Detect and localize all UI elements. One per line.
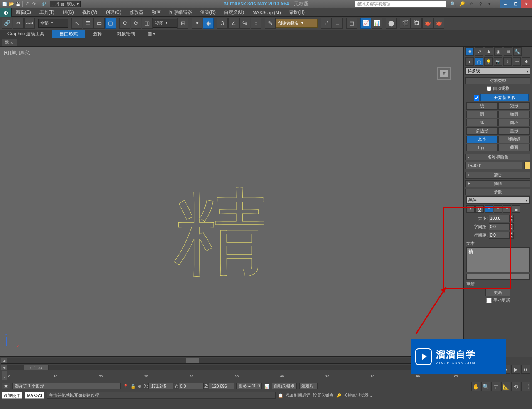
coord-z-input[interactable] [209, 383, 234, 389]
render-prod-icon[interactable]: 🫖 [422, 18, 433, 29]
modify-panel-icon[interactable]: ↗ [475, 47, 483, 56]
curve-editor-icon[interactable]: 📈 [360, 18, 371, 29]
start-new-shape-button[interactable]: 开始新图形 [480, 94, 529, 101]
font-dropdown[interactable]: 黑体 [466, 196, 530, 204]
kerning-input[interactable] [489, 223, 510, 230]
helpers-cat-icon[interactable]: ✧ [503, 57, 512, 66]
menu-animation[interactable]: 动画 [148, 8, 165, 17]
shape-line-button[interactable]: 线 [466, 102, 498, 110]
menu-views[interactable]: 视图(V) [78, 8, 102, 17]
help-icon[interactable]: ? [477, 1, 484, 7]
size-input[interactable] [489, 215, 510, 222]
italic-button[interactable]: I [466, 205, 475, 213]
selection-set-dropdown[interactable]: 创建选择集 [276, 19, 318, 28]
tag-icon[interactable]: 📋 [278, 393, 283, 398]
create-panel-icon[interactable]: ✹ [466, 47, 474, 56]
filter-dropdown[interactable]: 全部 [38, 19, 68, 28]
time-slider[interactable]: ◀ 0 / 100 ▶ [1, 365, 461, 370]
graphite-default-label[interactable]: 默认 [2, 39, 17, 46]
goto-end-icon[interactable]: ⏭ [521, 365, 530, 374]
autogrid-checkbox[interactable] [487, 86, 491, 91]
key-tool-icon[interactable]: 🔑 [336, 393, 341, 398]
coord-x-input[interactable] [148, 383, 173, 389]
time-knob[interactable]: 0 / 100 [24, 365, 49, 370]
drop-icon[interactable]: ▾ [486, 1, 493, 7]
name-select-icon[interactable]: ☰ [83, 18, 94, 29]
rotate-tool-icon[interactable]: ⟳ [131, 18, 141, 29]
menu-tools[interactable]: 工具(T) [35, 8, 59, 17]
menu-help[interactable]: 帮助(H) [285, 8, 309, 17]
viewport-scrollbar[interactable]: ◀▶ [1, 358, 461, 364]
next-frame-icon[interactable]: ▶ [511, 365, 520, 374]
star-icon[interactable]: ☆ [468, 1, 475, 7]
shape-donut-button[interactable]: 圆环 [498, 119, 530, 126]
shape-ellipse-button[interactable]: 椭圆 [498, 111, 530, 118]
coord-y-input[interactable] [179, 383, 204, 389]
percent-snap-icon[interactable]: % [239, 18, 250, 29]
scale-tool-icon[interactable]: ◫ [142, 18, 153, 29]
menu-group[interactable]: 组(G) [59, 8, 78, 17]
edit-named-icon[interactable]: ✎ [265, 18, 276, 29]
bind-tool-icon[interactable]: ⟿ [24, 18, 35, 29]
timeline-options-icon[interactable]: ⋮ [2, 371, 7, 380]
geometry-cat-icon[interactable]: ● [466, 57, 474, 66]
shape-star-button[interactable]: 星形 [498, 127, 530, 135]
zoom-extents-icon[interactable]: ◱ [491, 382, 500, 391]
maxscript-badge[interactable]: MAXScr [25, 392, 44, 399]
key-filter-button[interactable]: 关键点过滤器... [344, 392, 372, 398]
view-cube[interactable]: 前 [431, 59, 456, 84]
object-name-input[interactable] [466, 162, 522, 169]
align-right-button[interactable]: ≡ [503, 205, 511, 213]
angle-snap-icon[interactable]: ∠ [228, 18, 239, 29]
manual-update-checkbox[interactable] [486, 298, 492, 303]
lock2-icon[interactable]: 🔒 [131, 384, 135, 389]
timeline-ruler[interactable]: 0 10 20 30 40 50 60 70 80 90 100 [8, 371, 461, 380]
shape-helix-button[interactable]: 螺旋线 [498, 136, 530, 143]
motion-panel-icon[interactable]: ◉ [494, 47, 502, 56]
shape-rectangle-button[interactable]: 矩形 [498, 102, 530, 110]
close-button[interactable]: ✕ [521, 0, 532, 8]
utilities-panel-icon[interactable]: 🔧 [513, 47, 522, 56]
start-new-shape-checkbox[interactable] [474, 95, 479, 101]
shape-text-button[interactable]: 文本 [466, 136, 498, 143]
open-icon[interactable]: 📂 [8, 1, 14, 7]
set-key-button[interactable]: 设置关键点 [313, 392, 334, 398]
search-input[interactable]: 键入关键字或短语 [355, 1, 446, 7]
menu-maxscript[interactable]: MAXScript(M) [248, 9, 285, 16]
schematic-icon[interactable]: 📊 [372, 18, 382, 29]
leading-input[interactable] [489, 232, 510, 239]
minimize-button[interactable]: ━ [500, 0, 510, 8]
graphite-tab-freeform[interactable]: 自由形式 [52, 30, 85, 38]
viewport-label[interactable]: [+] [前] [真实] [4, 49, 30, 56]
rollout-render[interactable]: 渲染 [466, 172, 530, 179]
pan-view-icon[interactable]: ✋ [471, 382, 480, 391]
align-left-button[interactable]: ≡ [485, 205, 493, 213]
layer-manager-icon[interactable]: ▤ [346, 18, 357, 29]
shape-arc-button[interactable]: 弧 [466, 119, 498, 126]
align-justify-button[interactable]: ≣ [512, 205, 520, 213]
menu-render[interactable]: 渲染(R) [196, 8, 220, 17]
zoom-view-icon[interactable]: 🔍 [481, 382, 490, 391]
graphite-tab-paint[interactable]: 对象绘制 [109, 30, 143, 38]
ribbon-tool-icon[interactable]: ▥ ▾ [148, 31, 155, 37]
shape-ngon-button[interactable]: 多边形 [466, 127, 498, 135]
lights-cat-icon[interactable]: 💡 [484, 57, 493, 66]
shape-egg-button[interactable]: Egg [466, 144, 498, 151]
menu-modifiers[interactable]: 修改器 [126, 8, 148, 17]
spaces-cat-icon[interactable]: 〰 [513, 57, 521, 66]
auto-key-button[interactable]: 自动关键点 [272, 383, 297, 389]
text-spline-object[interactable]: 精 [170, 180, 278, 282]
spinner-snap-icon[interactable]: ↕ [251, 18, 261, 29]
link-tool-icon[interactable]: 🔗 [2, 18, 12, 29]
underline-button[interactable]: U [475, 205, 484, 213]
menu-customize[interactable]: 自定义(U) [220, 8, 248, 17]
viewport[interactable]: [+] [前] [真实] 前 精 [0, 47, 463, 357]
menu-create[interactable]: 创建(C) [101, 8, 125, 17]
render-fb-icon[interactable]: 🖼 [411, 18, 422, 29]
align-center-button[interactable]: ≡ [494, 205, 502, 213]
pivot-center-icon[interactable]: ⊞ [177, 18, 188, 29]
workspace-dropdown[interactable]: 工作台: 默认 [50, 1, 81, 7]
hierarchy-panel-icon[interactable]: ♟ [485, 47, 493, 56]
material-editor-icon[interactable]: ⬤ [386, 18, 397, 29]
graphite-tab-selection[interactable]: 选择 [85, 30, 109, 38]
